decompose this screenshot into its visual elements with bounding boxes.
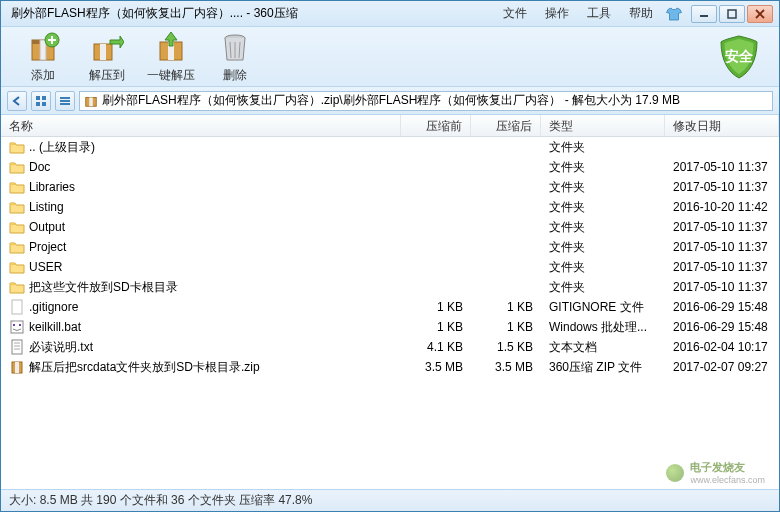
table-row[interactable]: .. (上级目录)文件夹	[1, 137, 779, 157]
app-window: 刷外部FLASH程序（如何恢复出厂内容）.... - 360压缩 文件 操作 工…	[0, 0, 780, 512]
safety-shield-icon: 安全	[715, 33, 763, 81]
file-date: 2016-06-29 15:48	[665, 319, 779, 335]
menu-operation[interactable]: 操作	[545, 5, 569, 22]
table-row[interactable]: Project文件夹2017-05-10 11:37	[1, 237, 779, 257]
file-date: 2017-05-10 11:37	[665, 279, 779, 295]
view-list-button[interactable]	[55, 91, 75, 111]
one-click-extract-button[interactable]: 一键解压	[139, 29, 203, 84]
file-date: 2017-05-10 11:37	[665, 219, 779, 235]
size-before	[401, 246, 471, 248]
svg-rect-32	[12, 340, 22, 354]
size-after: 3.5 MB	[471, 359, 541, 375]
archive-icon	[84, 94, 98, 108]
col-before[interactable]: 压缩前	[401, 115, 471, 136]
file-date: 2016-06-29 15:48	[665, 299, 779, 315]
file-date: 2016-10-20 11:42	[665, 199, 779, 215]
size-before	[401, 146, 471, 148]
folder-icon	[9, 179, 25, 195]
archive-add-icon	[25, 29, 61, 65]
size-after	[471, 246, 541, 248]
titlebar: 刷外部FLASH程序（如何恢复出厂内容）.... - 360压缩 文件 操作 工…	[1, 1, 779, 27]
statusbar: 大小: 8.5 MB 共 190 个文件和 36 个文件夹 压缩率 47.8%	[1, 489, 779, 511]
table-row[interactable]: Output文件夹2017-05-10 11:37	[1, 217, 779, 237]
table-row[interactable]: Doc文件夹2017-05-10 11:37	[1, 157, 779, 177]
close-button[interactable]	[747, 5, 773, 23]
file-date: 2017-02-07 09:27	[665, 359, 779, 375]
table-row[interactable]: 解压后把srcdata文件夹放到SD卡根目录.zip3.5 MB3.5 MB36…	[1, 357, 779, 377]
minimize-button[interactable]	[691, 5, 717, 23]
back-button[interactable]	[7, 91, 27, 111]
file-name: Libraries	[29, 180, 75, 194]
file-name: 把这些文件放到SD卡根目录	[29, 279, 178, 296]
col-modified[interactable]: 修改日期	[665, 115, 779, 136]
svg-rect-21	[42, 102, 46, 106]
size-before	[401, 186, 471, 188]
svg-rect-18	[36, 96, 40, 100]
size-after	[471, 146, 541, 148]
svg-point-29	[13, 324, 15, 326]
file-type: 文件夹	[541, 258, 665, 277]
size-after: 1 KB	[471, 299, 541, 315]
table-row[interactable]: 把这些文件放到SD卡根目录文件夹2017-05-10 11:37	[1, 277, 779, 297]
column-headers: 名称 压缩前 压缩后 类型 修改日期	[1, 115, 779, 137]
menu-tools[interactable]: 工具	[587, 5, 611, 22]
size-after: 1 KB	[471, 319, 541, 335]
menu-file[interactable]: 文件	[503, 5, 527, 22]
size-after	[471, 206, 541, 208]
one-click-label: 一键解压	[147, 67, 195, 84]
file-name: 必读说明.txt	[29, 339, 93, 356]
file-type: 文件夹	[541, 158, 665, 177]
size-after: 1.5 KB	[471, 339, 541, 355]
size-before	[401, 286, 471, 288]
table-row[interactable]: .gitignore1 KB1 KBGITIGNORE 文件2016-06-29…	[1, 297, 779, 317]
extract-to-label: 解压到	[89, 67, 125, 84]
delete-button[interactable]: 删除	[203, 29, 267, 84]
table-row[interactable]: USER文件夹2017-05-10 11:37	[1, 257, 779, 277]
trash-icon	[217, 29, 253, 65]
file-date: 2016-02-04 10:17	[665, 339, 779, 355]
navbar: 刷外部FLASH程序（如何恢复出厂内容）.zip\刷外部FLASH程序（如何恢复…	[1, 87, 779, 115]
svg-rect-11	[100, 44, 106, 60]
add-button[interactable]: 添加	[11, 29, 75, 84]
folder-icon	[9, 239, 25, 255]
view-large-icons-button[interactable]	[31, 91, 51, 111]
file-name: .gitignore	[29, 300, 78, 314]
add-label: 添加	[31, 67, 55, 84]
file-name: Listing	[29, 200, 64, 214]
extract-to-button[interactable]: 解压到	[75, 29, 139, 84]
zip-icon	[9, 359, 25, 375]
file-type: Windows 批处理...	[541, 318, 665, 337]
table-row[interactable]: keilkill.bat1 KB1 KBWindows 批处理...2016-0…	[1, 317, 779, 337]
toolbar: 添加 解压到 一键解压 删除 安全	[1, 27, 779, 87]
size-before	[401, 226, 471, 228]
table-row[interactable]: Listing文件夹2016-10-20 11:42	[1, 197, 779, 217]
table-row[interactable]: Libraries文件夹2017-05-10 11:37	[1, 177, 779, 197]
size-before: 1 KB	[401, 319, 471, 335]
file-date: 2017-05-10 11:37	[665, 259, 779, 275]
svg-point-30	[19, 324, 21, 326]
file-name: keilkill.bat	[29, 320, 81, 334]
size-after	[471, 286, 541, 288]
path-bar[interactable]: 刷外部FLASH程序（如何恢复出厂内容）.zip\刷外部FLASH程序（如何恢复…	[79, 91, 773, 111]
archive-extract-icon	[89, 29, 125, 65]
svg-rect-26	[89, 97, 93, 106]
skin-icon[interactable]	[665, 7, 683, 21]
col-after[interactable]: 压缩后	[471, 115, 541, 136]
col-name[interactable]: 名称	[1, 115, 401, 136]
shield-text: 安全	[725, 48, 754, 64]
file-date: 2017-05-10 11:37	[665, 159, 779, 175]
size-before: 4.1 KB	[401, 339, 471, 355]
svg-rect-27	[12, 300, 22, 314]
maximize-button[interactable]	[719, 5, 745, 23]
file-list[interactable]: .. (上级目录)文件夹Doc文件夹2017-05-10 11:37Librar…	[1, 137, 779, 489]
bat-icon	[9, 319, 25, 335]
menu-help[interactable]: 帮助	[629, 5, 653, 22]
file-type: GITIGNORE 文件	[541, 298, 665, 317]
file-type: 文件夹	[541, 138, 665, 157]
window-controls	[691, 5, 773, 23]
table-row[interactable]: 必读说明.txt4.1 KB1.5 KB文本文档2016-02-04 10:17	[1, 337, 779, 357]
size-before	[401, 266, 471, 268]
file-name: Doc	[29, 160, 50, 174]
svg-rect-19	[42, 96, 46, 100]
col-type[interactable]: 类型	[541, 115, 665, 136]
